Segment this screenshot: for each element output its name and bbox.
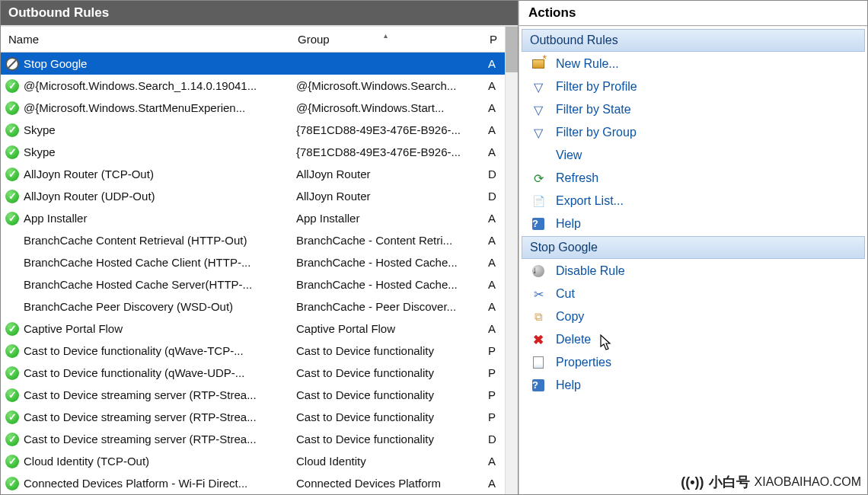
rule-profile: A <box>482 234 505 247</box>
rule-name: Connected Devices Platform - Wi-Fi Direc… <box>24 477 247 490</box>
allow-icon <box>5 145 19 159</box>
table-row[interactable]: Cast to Device streaming server (RTP-Str… <box>1 406 505 428</box>
rule-group: {78E1CD88-49E3-476E-B926-... <box>290 123 482 136</box>
table-row[interactable]: Cast to Device streaming server (RTP-Str… <box>1 428 505 450</box>
column-header-name[interactable]: Name <box>1 33 290 46</box>
rule-group: @{Microsoft.Windows.Search... <box>290 79 482 92</box>
table-row[interactable]: Skype{78E1CD88-49E3-476E-B926-...A <box>1 141 505 163</box>
action-properties[interactable]: Properties <box>521 351 866 374</box>
column-header-group[interactable]: ▴ Group <box>290 33 482 46</box>
table-row[interactable]: @{Microsoft.Windows.Search_1.14.0.19041.… <box>1 75 505 97</box>
action-export[interactable]: 📄Export List... <box>521 190 866 212</box>
table-row[interactable]: @{Microsoft.Windows.StartMenuExperien...… <box>1 97 505 119</box>
action-copy[interactable]: ⧉Copy <box>521 305 866 328</box>
watermark-en: XIAOBAIHAO.COM <box>755 475 861 489</box>
rule-profile: A <box>482 123 505 136</box>
table-row[interactable]: Cast to Device streaming server (RTP-Str… <box>1 384 505 406</box>
action-label: Cut <box>556 287 575 301</box>
outbound-rules-panel: Outbound Rules Name ▴ Group P Stop Googl… <box>1 1 519 494</box>
actions-body: Outbound Rules New Rule...▽Filter by Pro… <box>519 26 867 494</box>
rule-profile: D <box>482 190 505 203</box>
allow-icon <box>5 101 19 115</box>
no-icon <box>5 300 19 314</box>
table-row[interactable]: BranchCache Hosted Cache Client (HTTP-..… <box>1 251 505 273</box>
table-row[interactable]: Connected Devices Platform - Wi-Fi Direc… <box>1 472 505 494</box>
rule-name: AllJoyn Router (UDP-Out) <box>24 190 155 203</box>
actions-title: Actions <box>519 1 867 26</box>
rules-list-area: Name ▴ Group P Stop GoogleA@{Microsoft.W… <box>1 25 518 494</box>
allow-icon <box>5 79 19 93</box>
allow-icon <box>5 123 19 137</box>
cut-icon: ✂ <box>531 287 545 301</box>
table-row[interactable]: BranchCache Content Retrieval (HTTP-Out)… <box>1 229 505 251</box>
rule-name: @{Microsoft.Windows.StartMenuExperien... <box>24 101 245 114</box>
table-row[interactable]: AllJoyn Router (UDP-Out)AllJoyn RouterD <box>1 185 505 207</box>
no-icon <box>5 234 19 248</box>
table-row[interactable]: AllJoyn Router (TCP-Out)AllJoyn RouterD <box>1 163 505 185</box>
rule-name: @{Microsoft.Windows.Search_1.14.0.19041.… <box>24 79 257 92</box>
wifi-icon: ((•)) <box>681 474 704 490</box>
rule-profile: A <box>482 455 505 468</box>
rule-group: Cast to Device functionality <box>290 344 482 357</box>
rule-group: AllJoyn Router <box>290 168 482 180</box>
action-label: Help <box>556 378 581 392</box>
rule-profile: A <box>482 145 505 158</box>
table-row[interactable]: Stop GoogleA <box>1 53 505 75</box>
rule-group: BranchCache - Peer Discover... <box>290 300 482 313</box>
rule-group: BranchCache - Hosted Cache... <box>290 278 482 291</box>
table-row[interactable]: Cast to Device functionality (qWave-TCP-… <box>1 340 505 362</box>
rule-name: BranchCache Hosted Cache Client (HTTP-..… <box>24 256 251 269</box>
action-refresh[interactable]: ⟳Refresh <box>521 167 866 190</box>
action-label: Properties <box>556 356 611 369</box>
action-new-rule[interactable]: New Rule... <box>521 53 866 75</box>
rule-profile: P <box>482 410 505 423</box>
help-icon: ? <box>531 217 545 231</box>
rule-name: Cast to Device streaming server (RTP-Str… <box>24 433 257 446</box>
rule-profile: A <box>482 212 505 225</box>
allow-icon <box>5 190 19 203</box>
table-row[interactable]: BranchCache Peer Discovery (WSD-Out)Bran… <box>1 295 505 318</box>
action-filter-state[interactable]: ▽Filter by State <box>521 98 866 121</box>
filter-icon: ▽ <box>531 126 545 139</box>
table-row[interactable]: Cast to Device functionality (qWave-UDP-… <box>1 362 505 384</box>
filter-icon: ▽ <box>531 103 545 117</box>
rule-group: Connected Devices Platform <box>290 477 482 490</box>
no-icon <box>5 278 19 292</box>
table-row[interactable]: Captive Portal FlowCaptive Portal FlowA <box>1 318 505 340</box>
action-view[interactable]: View <box>521 144 866 167</box>
refresh-icon: ⟳ <box>531 171 545 185</box>
block-icon <box>5 57 19 71</box>
new-rule-icon <box>531 57 545 71</box>
table-row[interactable]: BranchCache Hosted Cache Server(HTTP-...… <box>1 273 505 295</box>
table-row[interactable]: Skype{78E1CD88-49E3-476E-B926-...A <box>1 119 505 141</box>
scroll-thumb[interactable] <box>506 27 518 72</box>
action-label: Filter by State <box>556 103 631 117</box>
action-filter-group[interactable]: ▽Filter by Group <box>521 121 866 144</box>
rule-profile: P <box>482 366 505 379</box>
actions-panel: Actions Outbound Rules New Rule...▽Filte… <box>519 1 867 494</box>
action-cut[interactable]: ✂Cut <box>521 283 866 305</box>
column-header-profile[interactable]: P <box>482 33 505 46</box>
watermark: ((•)) 小白号 XIAOBAIHAO.COM <box>681 473 861 491</box>
copy-icon: ⧉ <box>531 310 545 324</box>
action-filter-profile[interactable]: ▽Filter by Profile <box>521 75 866 98</box>
rule-name: Cast to Device functionality (qWave-UDP-… <box>24 366 244 379</box>
action-help1[interactable]: ?Help <box>521 212 866 235</box>
table-row[interactable]: Cloud Identity (TCP-Out)Cloud IdentityA <box>1 450 505 472</box>
column-header-group-label: Group <box>298 33 330 46</box>
action-disable-rule[interactable]: ↓Disable Rule <box>521 260 866 283</box>
actions-section-selected: Stop Google <box>522 236 865 259</box>
rule-group: Cast to Device functionality <box>290 388 482 401</box>
vertical-scrollbar[interactable] <box>505 27 518 494</box>
rule-profile: A <box>482 278 505 291</box>
rule-name: Cast to Device streaming server (RTP-Str… <box>24 410 257 423</box>
rule-name: BranchCache Hosted Cache Server(HTTP-... <box>24 278 252 291</box>
allow-icon <box>5 388 19 402</box>
action-help2[interactable]: ?Help <box>521 374 866 397</box>
table-row[interactable]: App InstallerApp InstallerA <box>1 207 505 229</box>
action-delete[interactable]: ✖Delete <box>521 328 866 351</box>
allow-icon <box>5 455 19 468</box>
rule-profile: A <box>482 256 505 269</box>
rule-group: BranchCache - Hosted Cache... <box>290 256 482 269</box>
action-label: New Rule... <box>556 57 619 71</box>
